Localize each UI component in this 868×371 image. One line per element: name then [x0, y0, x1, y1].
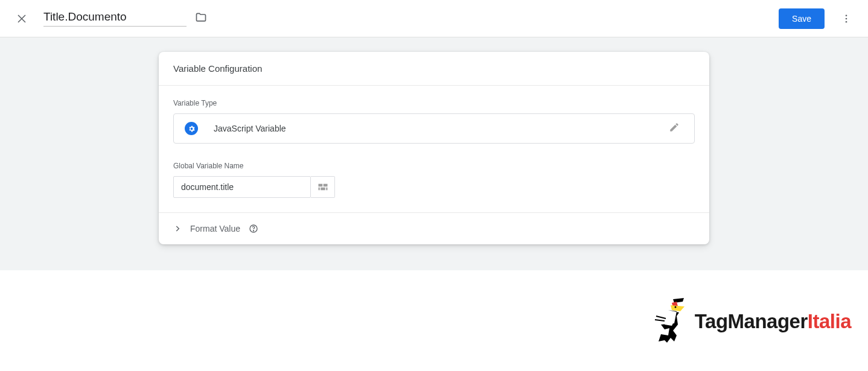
- brick-icon: [318, 183, 328, 191]
- svg-point-2: [846, 14, 847, 16]
- variable-type-name: JavaScript Variable: [214, 124, 286, 133]
- edit-type-button[interactable]: [669, 122, 680, 135]
- card-body: Variable Type JavaScript Variable Global…: [159, 86, 709, 198]
- svg-point-11: [253, 230, 254, 231]
- format-value-label: Format Value: [190, 224, 240, 233]
- folder-button[interactable]: [195, 11, 207, 26]
- svg-point-3: [846, 17, 847, 19]
- format-value-toggle[interactable]: Format Value: [159, 213, 709, 244]
- svg-rect-5: [318, 184, 322, 187]
- variable-name-input[interactable]: [43, 10, 187, 27]
- global-variable-input-row: [173, 176, 695, 198]
- card-title: Variable Configuration: [159, 52, 709, 86]
- footer-area: TagManagerItalia: [0, 270, 868, 371]
- variable-picker-button[interactable]: [311, 176, 335, 198]
- global-variable-name-label: Global Variable Name: [173, 162, 695, 170]
- folder-icon: [195, 11, 207, 24]
- close-icon: [16, 13, 27, 24]
- close-button[interactable]: [14, 11, 29, 26]
- save-button[interactable]: Save: [779, 8, 825, 29]
- svg-rect-8: [318, 188, 319, 191]
- gear-icon: [188, 125, 196, 133]
- header: Save: [0, 0, 868, 37]
- svg-point-12: [674, 306, 676, 308]
- svg-rect-9: [326, 188, 327, 191]
- variable-config-card: Variable Configuration Variable Type Jav…: [159, 52, 709, 244]
- woodpecker-icon: [650, 294, 692, 349]
- variable-type-label: Variable Type: [173, 99, 695, 107]
- svg-rect-7: [321, 188, 325, 191]
- global-variable-name-input[interactable]: [173, 176, 311, 198]
- chevron-right-icon: [173, 224, 182, 233]
- more-vert-icon: [841, 13, 852, 24]
- content-area: Variable Configuration Variable Type Jav…: [0, 37, 868, 270]
- variable-type-icon-wrap: [185, 122, 198, 135]
- tagmanageritalia-logo: TagManagerItalia: [650, 294, 851, 349]
- help-icon: [249, 224, 258, 233]
- logo-text: TagManagerItalia: [695, 310, 851, 333]
- svg-rect-6: [323, 184, 327, 187]
- svg-point-4: [846, 21, 847, 22]
- pencil-icon: [669, 122, 680, 133]
- variable-type-selector[interactable]: JavaScript Variable: [173, 113, 695, 144]
- more-menu-button[interactable]: [834, 7, 858, 31]
